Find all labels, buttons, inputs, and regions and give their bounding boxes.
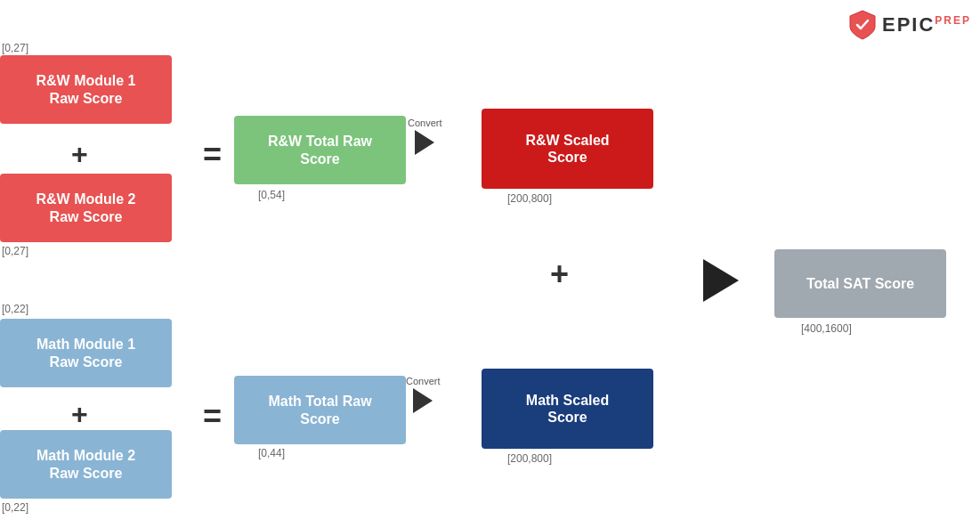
rw-module1-box: R&W Module 1Raw Score: [0, 55, 172, 124]
math-module2-box: Math Module 2Raw Score: [0, 430, 172, 499]
diagram: EPICPREP [0,27] R&W Module 1Raw Score + …: [0, 0, 980, 528]
rw-scaled-label: R&W ScaledScore: [525, 132, 609, 166]
rw-convert-arrow-shape: [415, 130, 434, 155]
total-sat-label: Total SAT Score: [806, 275, 914, 292]
math-total-range: [0,44]: [258, 447, 285, 459]
rw-total-range: [0,54]: [258, 189, 285, 201]
logo-text: EPICPREP: [882, 13, 971, 37]
math-total-label: Math Total RawScore: [268, 393, 371, 426]
math-module2-label: Math Module 2Raw Score: [36, 447, 135, 481]
math-plus-symbol: +: [71, 398, 88, 431]
big-arrow-icon: [703, 259, 739, 302]
math-mod1-range-top: [0,22]: [2, 303, 28, 315]
rw-mod2-range-bottom: [0,27]: [2, 245, 28, 257]
math-total-box: Math Total RawScore: [234, 376, 406, 444]
rw-convert-arrow: Convert: [408, 118, 442, 155]
rw-total-label: R&W Total RawScore: [268, 133, 372, 167]
logo-shield-icon: [848, 9, 877, 41]
math-mod2-range-bottom: [0,22]: [2, 501, 28, 514]
rw-scaled-range: [200,800]: [507, 192, 552, 205]
rw-module1-label: R&W Module 1Raw Score: [36, 72, 136, 106]
math-convert-arrow: Convert: [406, 376, 441, 413]
math-scaled-range: [200,800]: [507, 452, 552, 465]
math-module1-box: Math Module 1Raw Score: [0, 319, 172, 387]
rw-scaled-box: R&W ScaledScore: [482, 109, 653, 189]
total-sat-box: Total SAT Score: [774, 249, 946, 318]
rw-mod1-range-top: [0,27]: [2, 42, 28, 54]
math-module1-label: Math Module 1Raw Score: [36, 336, 135, 370]
total-sat-range: [400,1600]: [801, 322, 852, 335]
logo: EPICPREP: [848, 9, 971, 41]
rw-plus-symbol: +: [71, 138, 88, 171]
rw-convert-label: Convert: [408, 118, 442, 128]
rw-module2-box: R&W Module 2Raw Score: [0, 174, 172, 242]
math-convert-arrow-shape: [413, 388, 433, 413]
math-convert-label: Convert: [406, 376, 441, 386]
center-plus-symbol: +: [550, 256, 569, 293]
rw-total-box: R&W Total RawScore: [234, 116, 406, 184]
math-scaled-box: Math ScaledScore: [482, 369, 653, 449]
rw-equals-symbol: =: [203, 136, 222, 174]
math-equals-symbol: =: [203, 398, 222, 435]
math-scaled-label: Math ScaledScore: [526, 392, 609, 426]
rw-module2-label: R&W Module 2Raw Score: [36, 191, 136, 224]
